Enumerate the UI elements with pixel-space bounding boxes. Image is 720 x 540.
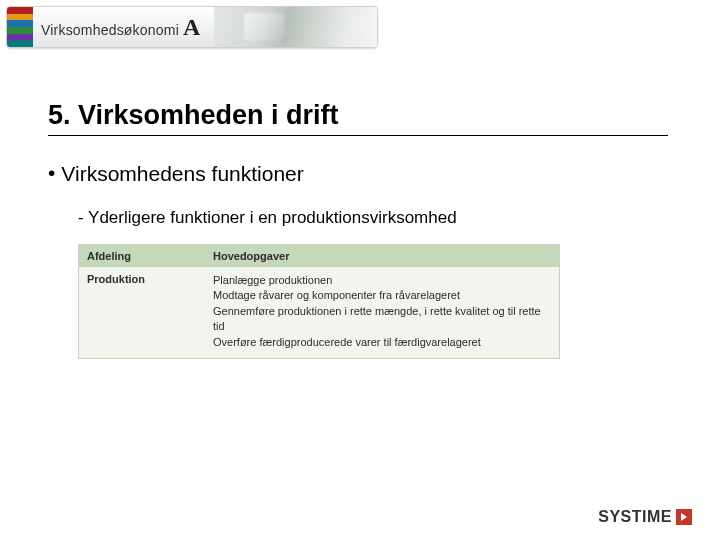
table-header-col2: Hovedopgaver (205, 245, 559, 267)
task-item: Planlægge produktionen (213, 273, 551, 288)
task-item: Modtage råvarer og komponenter fra råvar… (213, 288, 551, 303)
banner-photo-icon (214, 7, 377, 47)
bullet-dot-icon: • (48, 162, 55, 183)
brand-title: Virksomhedsøkonomi A (41, 15, 200, 39)
functions-table: Afdeling Hovedopgaver Produktion Planlæg… (78, 244, 560, 359)
task-item: Overføre færdigproducerede varer til fær… (213, 335, 551, 350)
table-row-tasks: Planlægge produktionen Modtage råvarer o… (205, 267, 559, 358)
arrow-right-icon (676, 509, 692, 525)
bullet-level2: - Yderligere funktioner i en produktions… (78, 208, 672, 228)
slide-content: 5. Virksomheden i drift • Virksomhedens … (48, 100, 672, 359)
footer-brand: SYSTIME (598, 508, 692, 526)
table-header-row: Afdeling Hovedopgaver (79, 245, 559, 267)
brand-stripes-icon (7, 7, 33, 47)
slide-title: 5. Virksomheden i drift (48, 100, 668, 136)
task-item: Gennemføre produktionen i rette mængde, … (213, 304, 551, 335)
svg-marker-0 (681, 513, 687, 521)
bullet-level1: • Virksomhedens funktioner (48, 162, 672, 186)
table-row-label: Produktion (79, 267, 205, 358)
table-row: Produktion Planlægge produktionen Modtag… (79, 267, 559, 358)
header-banner: Virksomhedsøkonomi A (6, 6, 378, 48)
footer-brand-text: SYSTIME (598, 508, 672, 526)
bullet-level1-text: Virksomhedens funktioner (61, 162, 303, 186)
brand-name: Virksomhedsøkonomi (41, 22, 179, 38)
table-header-col1: Afdeling (79, 245, 205, 267)
brand-letter: A (183, 15, 200, 39)
